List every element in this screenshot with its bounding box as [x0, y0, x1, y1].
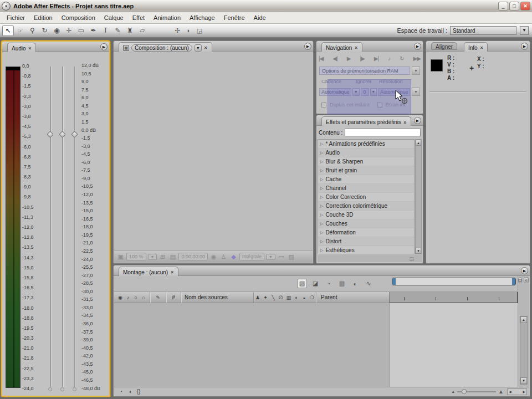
resolution-dropdown-icon[interactable]: ▼: [412, 88, 420, 96]
scroll-up-icon[interactable]: ▲: [520, 316, 527, 323]
disclosure-triangle-icon[interactable]: ▷: [320, 168, 323, 173]
slider-handle[interactable]: [59, 131, 66, 138]
motion-blur-button[interactable]: ◐: [350, 279, 360, 288]
tab-info[interactable]: Info ✕: [464, 42, 488, 52]
disclosure-triangle-icon[interactable]: ▷: [320, 160, 323, 164]
menu-item[interactable]: Composition: [57, 13, 100, 22]
ram-options-title[interactable]: Options de prémonitorisation RAM: [319, 66, 410, 75]
clone-stamp-tool[interactable]: ♜: [124, 25, 136, 36]
effects-category-row[interactable]: ▷ Channel: [318, 184, 414, 193]
effects-category-row[interactable]: ▷ * Animations prédéfinies: [318, 140, 414, 149]
disclosure-triangle-icon[interactable]: ▷: [320, 222, 323, 226]
expand-layer-switches-button[interactable]: ◔: [116, 388, 125, 395]
expand-icon[interactable]: ◲: [195, 26, 204, 35]
magnification-dropdown-icon[interactable]: ▼: [148, 254, 157, 260]
disclosure-triangle-icon[interactable]: ▷: [320, 151, 323, 155]
effects-category-row[interactable]: ▷ Bruit et grain: [318, 166, 414, 175]
chevron-down-icon[interactable]: ▼: [195, 44, 202, 52]
snapshot-icon[interactable]: ◉: [209, 253, 218, 260]
channels-icon[interactable]: ▤: [168, 253, 177, 260]
effects-category-row[interactable]: ▷ Audio: [318, 149, 414, 157]
timeline-track-area[interactable]: [390, 303, 518, 387]
pen-tool[interactable]: ✒: [88, 25, 99, 36]
resolution-select[interactable]: Intégrale: [239, 253, 264, 260]
panel-menu-icon[interactable]: ▶: [414, 117, 421, 124]
timeline-vertical-scrollbar[interactable]: ▲ ▼: [520, 316, 528, 385]
layer-number-column[interactable]: #: [166, 294, 181, 300]
time-ruler[interactable]: [390, 292, 518, 303]
scroll-down-icon[interactable]: ▼: [520, 377, 527, 384]
audio-icon[interactable]: ♪: [124, 295, 132, 300]
panel-menu-icon[interactable]: ▶: [414, 43, 421, 50]
slider-handle[interactable]: [71, 131, 78, 138]
expand-inout-button[interactable]: {}: [134, 388, 143, 395]
brush-tool[interactable]: ✎: [112, 25, 124, 36]
panel-menu-icon[interactable]: ▶: [521, 267, 528, 274]
rectangle-mask-tool[interactable]: ▭: [75, 25, 87, 36]
fast-preview-icon[interactable]: ◆: [229, 253, 238, 260]
comp-marker-icon[interactable]: ◘: [518, 277, 522, 283]
workspace-select[interactable]: Standard: [450, 26, 516, 35]
panel-menu-icon[interactable]: ▶: [100, 43, 108, 50]
ignorer-select[interactable]: 0: [361, 88, 369, 96]
grip-icon[interactable]: ≋: [524, 277, 529, 283]
disclosure-triangle-icon[interactable]: ▷: [320, 248, 323, 253]
always-preview-icon[interactable]: ▣: [116, 253, 125, 260]
collapse-icon[interactable]: ✦: [262, 295, 269, 300]
effects-scrollbar[interactable]: ▲ ▼: [415, 139, 422, 254]
source-name-column[interactable]: Nom des sources: [181, 294, 253, 300]
tab-montage[interactable]: Montage : (aucun) ✕: [119, 267, 178, 276]
show-snapshot-icon[interactable]: ♙: [219, 253, 228, 260]
menu-item[interactable]: Effet: [128, 13, 149, 22]
magnification-select[interactable]: 100 %: [126, 253, 146, 260]
disclosure-triangle-icon[interactable]: ▷: [320, 231, 323, 235]
scroll-up-icon[interactable]: ▲: [416, 140, 421, 146]
effects-category-row[interactable]: ▷ Color Correction: [318, 193, 414, 202]
menu-item[interactable]: Edition: [29, 13, 57, 22]
type-tool[interactable]: T: [100, 25, 111, 36]
zoom-slider[interactable]: [457, 391, 496, 392]
zoom-out-mountain-icon[interactable]: ▲: [451, 390, 455, 393]
ram-options-dropdown-icon[interactable]: ▼: [412, 66, 420, 75]
resize-grip-icon[interactable]: ◲: [409, 256, 414, 262]
effects-category-row[interactable]: ▷ Déformation: [318, 228, 414, 237]
motion-blur-icon[interactable]: ◐: [293, 295, 300, 300]
effects-category-row[interactable]: ▷ Couches: [318, 219, 414, 228]
menu-item[interactable]: Fenêtre: [219, 13, 249, 22]
close-button[interactable]: ✕: [520, 2, 530, 11]
parent-column[interactable]: Parent: [316, 294, 387, 300]
cadence-dropdown-icon[interactable]: ▼: [352, 88, 360, 96]
layer-list-area[interactable]: [114, 303, 390, 387]
from-current-checkbox[interactable]: [321, 103, 326, 108]
3d-layer-icon[interactable]: ❍: [308, 295, 316, 300]
effects-category-row[interactable]: ▷ Cache: [318, 175, 414, 184]
draft-3d-button[interactable]: ◔: [324, 279, 334, 288]
first-frame-button[interactable]: |◀: [319, 55, 323, 62]
time-navigator-bar[interactable]: [392, 278, 516, 285]
cadence-select[interactable]: Automatique: [319, 88, 351, 96]
resolution-dropdown-icon[interactable]: ▼: [266, 254, 275, 260]
effects-icon[interactable]: ∅: [277, 295, 285, 300]
previous-frame-button[interactable]: ◀|: [332, 55, 337, 62]
audio-right-level-slider[interactable]: [74, 66, 75, 387]
audio-master-level-slider[interactable]: [62, 66, 63, 387]
disclosure-triangle-icon[interactable]: ▷: [320, 186, 323, 191]
scroll-right-icon[interactable]: ▶: [523, 389, 525, 395]
tab-composition[interactable]: ▦ Composition : (aucun) ▼ ✕: [119, 42, 212, 52]
pan-behind-tool[interactable]: ✛: [63, 25, 75, 36]
play-button[interactable]: ▶: [347, 55, 351, 62]
close-icon[interactable]: ✕: [170, 270, 174, 275]
ignorer-dropdown-icon[interactable]: ▼: [370, 88, 377, 96]
menu-item[interactable]: Aide: [249, 13, 270, 22]
full-screen-checkbox[interactable]: [377, 103, 382, 108]
comp-mini-flowchart-button[interactable]: ▧: [297, 279, 307, 288]
safe-zones-icon[interactable]: ⊞: [158, 253, 167, 260]
slider-handle[interactable]: [47, 131, 54, 138]
disclosure-triangle-icon[interactable]: ▷: [320, 204, 323, 208]
minimize-button[interactable]: _: [498, 2, 508, 11]
quality-icon[interactable]: ╲: [269, 295, 277, 300]
zoom-tool[interactable]: ⚲: [27, 25, 38, 36]
tab-aligner[interactable]: Aligner: [431, 42, 457, 50]
tab-effects-presets[interactable]: Effets et paramètres prédéfinis »: [321, 116, 411, 126]
solo-icon[interactable]: ○: [132, 295, 140, 300]
